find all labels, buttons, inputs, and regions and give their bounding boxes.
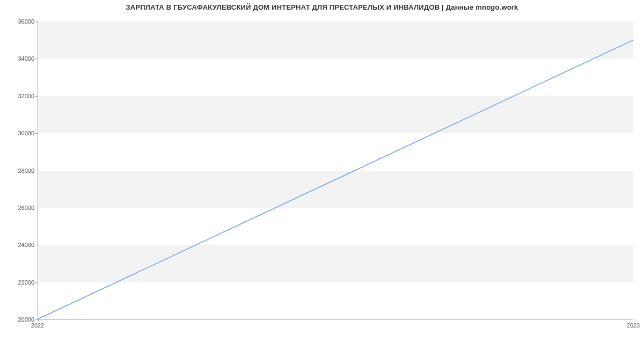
y-tick-mark [35, 96, 38, 97]
x-tick-mark [634, 319, 634, 322]
y-tick-label: 26000 [2, 205, 34, 211]
x-tick-label: 2022 [31, 322, 44, 329]
y-tick-label: 32000 [2, 93, 34, 99]
y-tick-mark [35, 282, 38, 283]
y-tick-label: 36000 [2, 18, 34, 25]
chart-container: ЗАРПЛАТА В ГБУСАФАКУЛЕВСКИЙ ДОМ ИНТЕРНАТ… [0, 0, 644, 333]
y-tick-mark [35, 171, 38, 171]
y-tick-mark [35, 21, 38, 22]
y-tick-mark [35, 245, 38, 245]
x-tick-label: 2023 [627, 322, 640, 329]
y-tick-label: 20000 [2, 316, 34, 323]
y-tick-label: 34000 [2, 55, 34, 62]
y-tick-mark [35, 208, 38, 208]
line-layer [38, 21, 633, 319]
y-tick-mark [35, 133, 38, 134]
y-tick-label: 30000 [2, 130, 34, 136]
y-tick-label: 28000 [2, 168, 34, 174]
y-tick-label: 22000 [2, 279, 34, 286]
x-tick-mark [38, 319, 39, 322]
plot-area [38, 21, 633, 319]
chart-title: ЗАРПЛАТА В ГБУСАФАКУЛЕВСКИЙ ДОМ ИНТЕРНАТ… [0, 3, 644, 11]
series-line [38, 40, 633, 319]
y-tick-mark [35, 59, 38, 59]
y-tick-label: 24000 [2, 242, 34, 248]
